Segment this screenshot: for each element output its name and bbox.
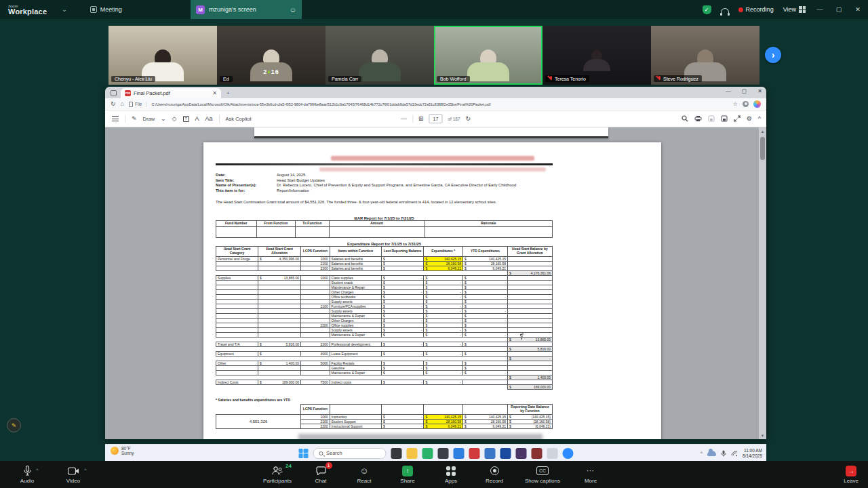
copilot-icon[interactable] xyxy=(753,100,761,108)
video-button[interactable]: ^ Video xyxy=(52,466,95,484)
video-tile[interactable]: Teresa Tenorio xyxy=(542,26,651,85)
participants-button[interactable]: 24 Participants xyxy=(256,466,299,484)
scroll-up-icon[interactable]: ▲ xyxy=(759,127,766,135)
profile-icon[interactable] xyxy=(743,101,749,107)
ask-copilot-button[interactable]: Ask Copilot xyxy=(226,116,252,122)
table-cell xyxy=(300,299,330,304)
taskbar-app-word[interactable] xyxy=(500,448,511,459)
table-cell: $1,400.00 xyxy=(258,361,300,365)
video-tile[interactable]: 2♦16 Ed xyxy=(217,26,326,85)
page-number-input[interactable]: 17 xyxy=(429,114,442,123)
network-volume-icons[interactable] xyxy=(731,450,738,456)
settings-gear-icon[interactable]: ⚙ xyxy=(747,116,752,122)
maximize-button[interactable]: ▢ xyxy=(834,6,844,13)
taskbar-app-file-explorer[interactable] xyxy=(406,448,417,459)
edge-maximize-button[interactable]: ▢ xyxy=(742,88,747,94)
add-text-icon[interactable]: T xyxy=(183,116,189,122)
apps-button[interactable]: Apps xyxy=(429,466,473,484)
record-button[interactable]: Record xyxy=(473,466,516,484)
captions-button[interactable]: CC Show captions xyxy=(516,466,569,484)
pdf-scrollbar[interactable]: ▲ ▼ xyxy=(759,127,766,439)
close-button[interactable]: ✕ xyxy=(853,6,863,13)
read-aloud-icon[interactable]: A xyxy=(195,116,199,122)
rotate-icon[interactable]: ↻ xyxy=(466,116,471,122)
save-as-icon[interactable] xyxy=(721,115,728,122)
taskbar-app-app-dark-orange[interactable] xyxy=(437,448,448,459)
summary-section: LCPS FunctionReporting Date Balance by F… xyxy=(216,404,553,429)
refresh-icon[interactable]: ↻ xyxy=(111,101,116,107)
onedrive-icon[interactable] xyxy=(707,451,716,456)
print-icon[interactable] xyxy=(694,115,702,122)
audio-chevron-icon[interactable]: ^ xyxy=(36,468,38,472)
table-cell: Instruction xyxy=(330,414,381,419)
audio-video-group: ^ Audio ^ Video xyxy=(5,461,95,488)
table-cell: $ xyxy=(424,361,463,365)
video-tile[interactable]: Steve Rodriguez xyxy=(651,26,760,85)
leave-button[interactable]: → Leave xyxy=(844,461,859,488)
pdf-view-area[interactable]: Date:August 14, 2025 Item Title:Head Sta… xyxy=(105,127,766,439)
taskbar-app-app-purple[interactable] xyxy=(515,448,526,459)
taskbar-app-app-red[interactable] xyxy=(469,448,479,459)
taskbar-app-outlook[interactable] xyxy=(453,448,464,459)
tab-shared-screen[interactable]: M mzuniga's screen ☺ xyxy=(191,0,302,19)
edge-close-button[interactable]: ✕ xyxy=(757,88,762,94)
save-icon[interactable] xyxy=(708,115,715,122)
table-cell: Head Start Balance by Grant Allocation xyxy=(507,247,552,257)
tab-close-icon[interactable]: ✕ xyxy=(212,90,217,96)
taskbar-app-zoom-app[interactable] xyxy=(562,448,573,459)
start-button[interactable] xyxy=(298,449,308,458)
tray-mic-icon[interactable] xyxy=(721,450,726,457)
draw-tool-label[interactable]: Draw xyxy=(143,116,155,122)
taskbar-app-snipping[interactable] xyxy=(547,448,557,459)
tab-meeting[interactable]: Meeting xyxy=(90,6,122,13)
minimize-button[interactable]: — xyxy=(815,6,825,13)
more-button[interactable]: ⋯ More xyxy=(569,466,612,484)
taskbar-app-app-green[interactable] xyxy=(422,448,433,459)
table-cell: $5,816.00 xyxy=(258,342,300,346)
taskbar-app-task-view[interactable] xyxy=(391,448,401,459)
tab-actions-icon[interactable] xyxy=(111,90,117,96)
url-text[interactable]: C:/Users/mzuniga/AppData/Local/Microsoft… xyxy=(151,102,728,106)
edge-minimize-button[interactable]: — xyxy=(726,88,731,94)
taskbar-search[interactable]: Search xyxy=(313,448,386,459)
share-button[interactable]: ↑ Share xyxy=(386,466,429,484)
video-tile[interactable]: Pamela Carr xyxy=(326,26,434,85)
taskbar-clock[interactable]: 11:00 AM 8/14/2025 xyxy=(743,448,762,459)
fit-page-icon[interactable]: ⊞ xyxy=(418,116,424,122)
eraser-icon[interactable]: ◇ xyxy=(172,116,177,122)
tray-chevron-icon[interactable]: ^ xyxy=(701,451,703,455)
video-tile-active-speaker[interactable]: Bob Wofford xyxy=(434,26,542,85)
text-size-icon[interactable]: Aa xyxy=(205,116,213,122)
reaction-smiley-icon[interactable]: ☺ xyxy=(290,6,296,14)
new-tab-button[interactable]: + xyxy=(226,90,230,96)
taskbar-app-app-maroon[interactable] xyxy=(531,448,542,459)
browser-tab-active[interactable]: PDF Final Packet.pdf ✕ xyxy=(121,88,221,98)
fullscreen-icon[interactable] xyxy=(734,115,741,122)
annotation-pencil-button[interactable]: ✎ xyxy=(7,418,21,432)
view-button[interactable]: View xyxy=(783,6,806,13)
file-protocol-chip[interactable]: File xyxy=(129,102,146,107)
toc-menu-icon[interactable] xyxy=(112,116,119,121)
workspace-chevron-icon[interactable]: ⌄ xyxy=(62,6,67,13)
next-participants-button[interactable]: › xyxy=(765,47,781,63)
security-shield-icon[interactable]: ✓ xyxy=(703,5,711,14)
search-icon[interactable] xyxy=(682,115,688,122)
video-chevron-icon[interactable]: ^ xyxy=(84,468,86,472)
scroll-down-icon[interactable]: ▼ xyxy=(759,432,766,439)
video-tile[interactable]: Chenyu - Alex Liu xyxy=(108,26,217,85)
scrollbar-thumb[interactable] xyxy=(760,137,765,160)
home-icon[interactable]: ⌂ xyxy=(121,101,124,107)
draw-chevron-icon[interactable]: ⌄ xyxy=(161,116,166,122)
audio-button[interactable]: ^ Audio xyxy=(5,466,49,484)
chat-button[interactable]: 1 Chat xyxy=(299,466,342,484)
clock-date: 8/14/2025 xyxy=(743,453,762,459)
taskbar-app-edge[interactable] xyxy=(484,448,495,459)
react-button[interactable]: ☺ React xyxy=(342,466,386,484)
highlighter-icon[interactable]: ✎ xyxy=(132,116,137,122)
collapse-toolbar-icon[interactable]: ^ xyxy=(758,116,761,122)
weather-widget[interactable]: 80°F Sunny xyxy=(111,446,134,456)
audio-settings-icon[interactable] xyxy=(721,8,729,14)
share-label: Share xyxy=(400,478,414,484)
zoom-out-icon[interactable]: — xyxy=(401,116,407,122)
favorites-star-icon[interactable]: ☆ xyxy=(733,101,738,107)
